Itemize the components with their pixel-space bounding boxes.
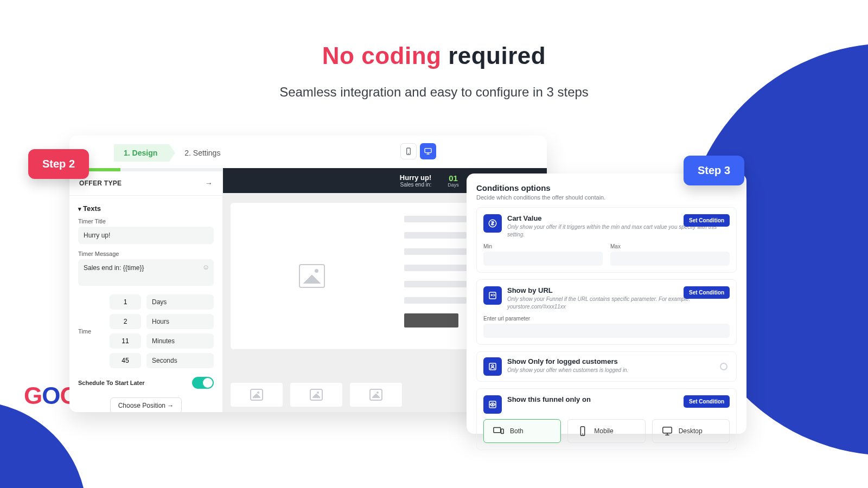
label-timer-message: Timer Message xyxy=(78,251,214,257)
desktop-icon xyxy=(424,147,432,156)
device-option-mobile[interactable]: Mobile xyxy=(567,419,645,443)
svg-point-10 xyxy=(492,404,493,405)
device-option-both[interactable]: Both xyxy=(483,419,561,443)
page-heading: No coding required Seamless integration … xyxy=(0,42,868,100)
hours-input[interactable]: 2 xyxy=(110,314,141,329)
mobile-icon xyxy=(404,147,413,156)
thumbnail[interactable] xyxy=(290,383,342,407)
image-placeholder xyxy=(231,203,393,349)
viewport-toggle xyxy=(400,143,436,159)
design-topbar: 1. Design 2. Settings xyxy=(69,136,547,168)
image-icon xyxy=(369,389,382,401)
svg-point-8 xyxy=(492,365,494,367)
hours-unit: Hours xyxy=(146,314,214,329)
condition-logged-customers: Show Only for logged customers Only show… xyxy=(476,351,737,382)
condition-show-by-url: Set Condition Show by URL Only show your… xyxy=(476,279,737,345)
count-days: 01 xyxy=(448,174,459,182)
page-title: No coding required xyxy=(0,42,868,69)
url-parameter-input[interactable] xyxy=(483,324,730,338)
chevron-right-icon: → xyxy=(205,179,213,188)
schedule-label: Schedule To Start Later xyxy=(78,380,145,386)
label-min: Min xyxy=(483,243,603,249)
minutes-unit: Minutes xyxy=(146,333,214,349)
countdown-title: Hurry up! xyxy=(400,174,432,182)
seconds-unit: Seconds xyxy=(146,353,214,368)
decorative-circle-left xyxy=(0,401,87,488)
step-badge-2: Step 2 xyxy=(28,149,89,179)
svg-rect-11 xyxy=(494,428,501,433)
breadcrumb-step-design[interactable]: 1. Design xyxy=(114,144,169,162)
device-option-desktop[interactable]: Desktop xyxy=(652,419,730,443)
card-title: Show this funnel only on xyxy=(507,395,591,403)
dollar-icon xyxy=(483,214,502,233)
devices-icon xyxy=(493,425,505,437)
timer-message-input[interactable]: Sales end in: {{time}} xyxy=(78,259,214,286)
preview-button-placeholder xyxy=(404,313,458,328)
section-texts[interactable]: Texts xyxy=(78,204,214,213)
title-rest: required xyxy=(441,42,546,69)
schedule-toggle[interactable] xyxy=(192,377,214,389)
eye-icon xyxy=(483,395,502,414)
user-icon xyxy=(483,357,502,376)
set-condition-button[interactable]: Set Condition xyxy=(684,286,730,299)
countdown-sub: Sales end in: xyxy=(400,182,432,188)
viewport-mobile-button[interactable] xyxy=(400,143,417,159)
image-icon xyxy=(299,264,325,288)
timer-title-input[interactable] xyxy=(78,227,214,244)
choose-position-button[interactable]: Choose Position → xyxy=(110,397,182,412)
set-condition-button[interactable]: Set Condition xyxy=(684,214,730,227)
mobile-icon xyxy=(577,425,589,437)
breadcrumb: 1. Design 2. Settings xyxy=(114,144,232,162)
page-subtitle: Seamless integration and easy to configu… xyxy=(0,85,868,100)
condition-cart-value: Set Condition Cart Value Only show your … xyxy=(476,207,737,273)
preview-thumbnails xyxy=(231,383,402,407)
card-desc: Only show your offer when customers is l… xyxy=(507,367,628,374)
offer-type-label: OFFER TYPE xyxy=(79,179,122,187)
link-icon xyxy=(483,286,502,305)
design-sidebar: OFFER TYPE → Texts Timer Title Timer Mes… xyxy=(69,168,223,412)
radio-unselected[interactable] xyxy=(720,363,727,370)
minutes-input[interactable]: 11 xyxy=(110,333,141,349)
condition-device: Set Condition Show this funnel only on B… xyxy=(476,388,737,450)
svg-rect-15 xyxy=(662,427,672,433)
conditions-subtitle: Decide which conditions the offer should… xyxy=(476,194,737,201)
offer-type-row[interactable]: OFFER TYPE → xyxy=(69,171,222,196)
max-input[interactable] xyxy=(610,252,730,266)
label-time: Time xyxy=(78,328,104,335)
set-condition-button[interactable]: Set Condition xyxy=(684,395,730,408)
min-input[interactable] xyxy=(483,252,603,266)
label-url-param: Enter url parameter xyxy=(483,316,730,322)
thumbnail[interactable] xyxy=(231,383,283,407)
viewport-desktop-button[interactable] xyxy=(420,143,436,159)
thumbnail[interactable] xyxy=(350,383,402,407)
svg-rect-2 xyxy=(425,149,431,153)
progress-strip xyxy=(69,168,222,171)
label-timer-title: Timer Title xyxy=(78,218,214,224)
conditions-panel: Conditions options Decide which conditio… xyxy=(467,174,746,434)
card-title: Show Only for logged customers xyxy=(507,357,628,365)
step-badge-3: Step 3 xyxy=(684,156,744,185)
desktop-icon xyxy=(661,425,673,437)
breadcrumb-step-settings[interactable]: 2. Settings xyxy=(169,144,232,162)
days-unit: Days xyxy=(146,294,214,310)
label-max: Max xyxy=(610,243,730,249)
days-input[interactable]: 1 xyxy=(110,294,141,310)
seconds-input[interactable]: 45 xyxy=(110,353,141,368)
image-icon xyxy=(250,389,263,401)
svg-rect-12 xyxy=(501,429,504,433)
title-accent: No coding xyxy=(322,42,442,69)
emoji-icon[interactable]: ☺ xyxy=(202,263,209,271)
image-icon xyxy=(310,389,323,401)
